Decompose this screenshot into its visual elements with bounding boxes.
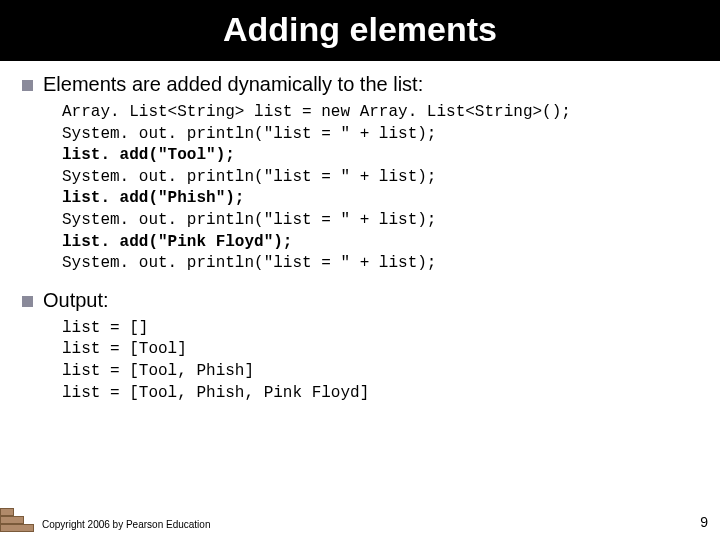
bullet-1: Elements are added dynamically to the li… — [22, 73, 698, 96]
code-block-1: Array. List<String> list = new Array. Li… — [62, 102, 698, 275]
slide-title: Adding elements — [0, 0, 720, 61]
slide-content: Elements are added dynamically to the li… — [0, 61, 720, 404]
stair-icon — [0, 502, 34, 532]
code-block-2: list = [] list = [Tool] list = [Tool, Ph… — [62, 318, 698, 404]
bullet-1-text: Elements are added dynamically to the li… — [43, 73, 423, 96]
square-bullet-icon — [22, 80, 33, 91]
square-bullet-icon — [22, 296, 33, 307]
copyright-text: Copyright 2006 by Pearson Education — [42, 519, 210, 530]
bullet-2: Output: — [22, 289, 698, 312]
page-number: 9 — [700, 514, 708, 530]
bullet-2-text: Output: — [43, 289, 109, 312]
